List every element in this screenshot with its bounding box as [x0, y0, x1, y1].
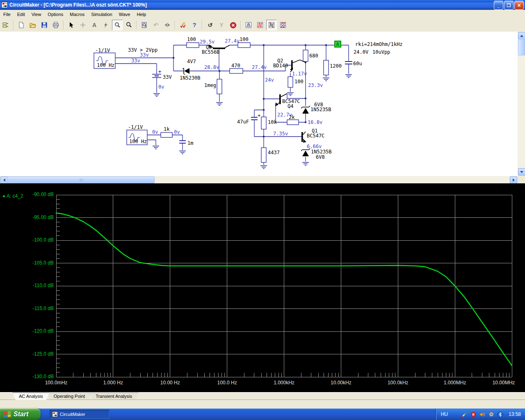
node-voltage: 7.35v [273, 131, 288, 137]
ac-analysis-plot[interactable]: A: c4_2 -90.00 dB-95.00 dB-100.0 dB-105.… [0, 183, 525, 392]
check-pencil-icon [180, 22, 186, 28]
security-shield-tray-icon[interactable] [470, 411, 477, 418]
cap47-plus-label: + [258, 113, 260, 119]
save-button[interactable] [39, 20, 50, 30]
print-button[interactable] [50, 20, 61, 30]
y-axis-tick-label: -115.0 dB [25, 306, 54, 311]
node-voltage: 16.8v [308, 119, 322, 125]
capacitor-60u [345, 62, 352, 64]
resistor-680 [303, 50, 308, 62]
scope-cursor-button[interactable] [243, 20, 254, 30]
pen-tablet-tray-icon[interactable] [461, 411, 468, 418]
language-indicator[interactable]: HU [441, 411, 448, 417]
menu-view[interactable]: View [28, 11, 45, 18]
schematic-canvas[interactable]: A -1/1V 100 Hz 33V > 2Vpp 33v 33v + 33V … [0, 32, 518, 176]
text-tool-button[interactable]: A [89, 20, 100, 30]
x-axis-tick-label: 100.0kHz [379, 380, 416, 386]
scroll-up-button[interactable] [518, 32, 525, 39]
new-file-button[interactable] [16, 20, 27, 30]
open-file-button[interactable] [27, 20, 38, 30]
step-button[interactable]: Y [216, 20, 227, 30]
wire-tool-button[interactable] [78, 20, 88, 30]
start-button[interactable]: Start [0, 409, 41, 420]
menu-options[interactable]: Options [44, 11, 66, 18]
zener-6v8-upper[interactable] [301, 106, 310, 114]
zener-4v7[interactable] [183, 68, 189, 75]
vertical-scroll-thumb[interactable] [518, 39, 525, 55]
wave-edit-button[interactable] [266, 20, 277, 30]
multi-trace-button[interactable] [278, 20, 288, 30]
mirror-button[interactable] [162, 20, 173, 30]
close-button[interactable]: ✕ [514, 1, 524, 10]
menu-edit[interactable]: Edit [14, 11, 28, 18]
digital-wave-button[interactable] [255, 20, 265, 30]
probe-marker-a[interactable]: A [335, 41, 341, 47]
x-axis-tick-label: 10.00kHz [322, 380, 359, 386]
r680-value-label: 680 [309, 53, 318, 59]
zoom-page-icon [141, 22, 148, 28]
analysis-tab-bar: AC Analysis Operating Point Transient An… [0, 392, 525, 400]
menu-simulation[interactable]: Simulation [88, 11, 115, 18]
open-folder-icon [30, 22, 36, 28]
zoom-window-button[interactable] [139, 20, 150, 30]
component-browser-button[interactable] [0, 20, 11, 30]
x-axis-tick-label: 10.00 Hz [152, 380, 189, 386]
r470-value-label: 470 [231, 63, 240, 68]
title-bar[interactable]: CircuitMaker - [C:\Program Files\...\A o… [0, 0, 525, 10]
minimize-button[interactable]: _ [494, 1, 503, 10]
x-axis-tick-label: 100.0 Hz [209, 380, 246, 386]
menu-macros[interactable]: Macros [66, 11, 88, 18]
source2-range-label: -1/1V [128, 124, 143, 130]
restore-button[interactable]: ❐ [504, 1, 514, 10]
delete-tool-button[interactable] [100, 20, 111, 30]
scroll-right-button[interactable] [510, 176, 517, 184]
probe-tool-button[interactable] [112, 20, 123, 30]
horizontal-scrollbar[interactable] [0, 176, 518, 183]
r1-value-label: 100 [187, 37, 196, 42]
source1-freq-label: 100 Hz [97, 62, 114, 68]
output-ripple-label: 10uVpp [372, 49, 390, 55]
r4437-value-label: 4437 [268, 150, 280, 155]
zoom-tool-button[interactable] [123, 20, 134, 30]
reset-button[interactable]: ↺ [205, 20, 215, 30]
rotate-button[interactable]: ↶ [151, 20, 161, 30]
zener3-part-label: 1N5235B [311, 149, 332, 155]
battery-33v[interactable] [152, 74, 161, 78]
schematic-labels: -1/1V 100 Hz 33V > 2Vpp 33v 33v + 33V 0v… [95, 37, 403, 160]
stop-button[interactable] [228, 20, 238, 30]
resistors[interactable] [161, 43, 329, 162]
capacitor-1m [179, 141, 186, 143]
zener-6v8-lower[interactable] [301, 148, 310, 156]
r1k-value-label: 1k [164, 126, 170, 132]
volume-tray-icon[interactable] [479, 411, 486, 418]
menu-bar: File Edit View Options Macros Simulation… [0, 10, 525, 19]
tab-transient-analysis[interactable]: Transient Analysis [89, 393, 139, 400]
taskbar-clock[interactable]: 13:58 [509, 411, 521, 417]
bluetooth-tray-icon[interactable] [497, 411, 504, 418]
device-tray-icon[interactable] [488, 411, 495, 418]
node-voltage: 24v [265, 77, 274, 83]
node-voltage: 29.5v [200, 39, 215, 45]
simulation-check-button[interactable] [178, 20, 188, 30]
menu-help[interactable]: Help [133, 11, 149, 18]
cap60u-value-label: 60u [353, 61, 362, 66]
battery-value-label: 33V [163, 74, 172, 80]
system-tray: HU [436, 409, 525, 420]
node-voltage: 0v [174, 129, 180, 135]
node-voltage: 0v [152, 129, 158, 135]
scroll-down-button[interactable] [518, 168, 525, 176]
help-button[interactable]: ? [189, 20, 200, 30]
horizontal-scroll-thumb[interactable] [7, 176, 155, 183]
menu-wave[interactable]: Wave [116, 11, 134, 18]
help-icon: ? [193, 22, 196, 28]
tab-ac-analysis[interactable]: AC Analysis [12, 393, 50, 400]
menu-file[interactable]: File [0, 11, 14, 18]
vertical-scrollbar[interactable] [518, 32, 525, 176]
tab-operating-point[interactable]: Operating Point [47, 393, 91, 400]
scroll-left-button[interactable] [0, 176, 8, 184]
transistor-q1[interactable] [301, 132, 306, 143]
taskbar-task-circuitmaker[interactable]: CircuitMaker [50, 410, 110, 419]
stop-icon [230, 22, 237, 29]
y-axis-tick-label: -130.0 dB [25, 374, 54, 379]
select-tool-button[interactable] [66, 20, 77, 30]
